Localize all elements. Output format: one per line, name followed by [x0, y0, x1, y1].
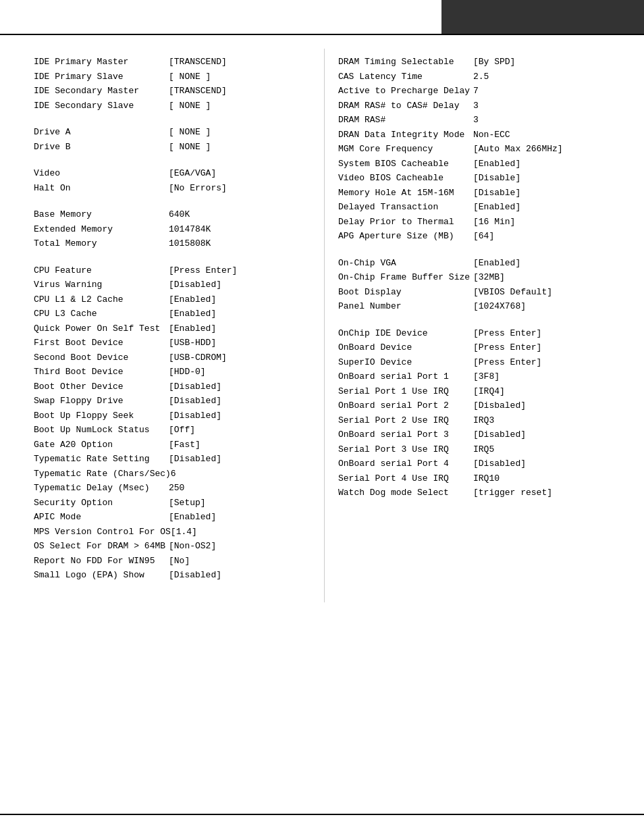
row-value: 6: [171, 467, 304, 481]
table-row: Halt On [No Errors]: [34, 182, 304, 195]
row-value: [32MB]: [473, 271, 624, 284]
table-row: Panel Number [1024X768]: [338, 300, 624, 313]
row-value: [Disabled]: [169, 452, 304, 466]
table-row: Boot Other Device [Disabled]: [34, 380, 304, 394]
table-row: OnBoard Device [Press Enter]: [338, 341, 624, 355]
row-label: OnBoard serial Port 1: [338, 370, 473, 384]
table-row: System BIOS Cacheable [Enabled]: [338, 157, 624, 171]
table-row: DRAM RAS# to CAS# Delay 3: [338, 99, 624, 113]
row-label: DRAM RAS#: [338, 113, 473, 127]
row-label: APIC Mode: [34, 511, 169, 524]
row-label: Third Boot Device: [34, 365, 169, 379]
onboard-serial-port-4-label: OnBoard serial Port 4: [338, 457, 473, 471]
table-row: Boot Up NumLock Status [Off]: [34, 423, 304, 437]
onchip-section: OnChip IDE Device [Press Enter] OnBoard …: [338, 327, 624, 500]
table-row: Quick Power On Self Test [Enabled]: [34, 322, 304, 336]
row-label: On-Chip VGA: [338, 257, 473, 270]
row-label: Video: [34, 167, 169, 180]
row-label: DRAM RAS# to CAS# Delay: [338, 99, 473, 113]
row-value: [No]: [169, 554, 304, 568]
row-label: MGM Core Frequency: [338, 142, 473, 156]
row-value: 250: [169, 481, 304, 495]
row-label: Serial Port 3 Use IRQ: [338, 443, 473, 457]
table-row: Drive B [ NONE ]: [34, 140, 304, 154]
row-value: [ NONE ]: [169, 140, 304, 154]
left-panel: IDE Primary Master [TRANSCEND] IDE Prima…: [0, 49, 324, 602]
row-label: Drive B: [34, 140, 169, 154]
table-row: Serial Port 2 Use IRQ IRQ3: [338, 414, 624, 427]
row-label: MPS Version Control For OS: [34, 525, 171, 539]
row-value: [Press Enter]: [473, 327, 624, 340]
table-row: IDE Secondary Slave [ NONE ]: [34, 99, 304, 113]
onboard-serial-port-4-value: [Disabled]: [473, 457, 624, 471]
row-value: [Disbaled]: [473, 399, 624, 413]
row-value: IRQ5: [473, 443, 624, 457]
row-value: Non-ECC: [473, 128, 624, 142]
row-label: Drive A: [34, 126, 169, 139]
table-row: MPS Version Control For OS [1.4]: [34, 525, 304, 539]
row-value: [EGA/VGA]: [169, 167, 304, 180]
top-bar: [0, 0, 644, 34]
row-label: Panel Number: [338, 300, 473, 313]
row-label: Halt On: [34, 182, 169, 195]
table-row: Boot Display [VBIOS Default]: [338, 286, 624, 299]
drives-section: Drive A [ NONE ] Drive B [ NONE ]: [34, 126, 304, 153]
table-row: Watch Dog mode Select [trigger reset]: [338, 486, 624, 500]
row-value: 3: [473, 113, 624, 127]
watch-dog-label: Watch Dog mode Select: [338, 486, 473, 500]
row-value: [USB-HDD]: [169, 336, 304, 350]
table-row: Typematic Rate Setting [Disabled]: [34, 452, 304, 466]
row-label: Active to Precharge Delay: [338, 84, 473, 98]
row-label: Boot Other Device: [34, 380, 169, 394]
row-value: [3F8]: [473, 370, 624, 384]
row-label: Gate A20 Option: [34, 438, 169, 452]
table-row: Virus Warning [Disabled]: [34, 278, 304, 292]
row-value: IRQ10: [473, 472, 624, 486]
top-bar-dark-box: [441, 0, 644, 34]
table-row: Video BIOS Cacheable [Disable]: [338, 172, 624, 185]
table-row: Serial Port 3 Use IRQ IRQ5: [338, 443, 624, 457]
row-label: IDE Primary Master: [34, 55, 169, 69]
watch-dog-value: [trigger reset]: [473, 486, 624, 500]
memory-section: Base Memory 640K Extended Memory 1014784…: [34, 208, 304, 251]
table-row: DRAM Timing Selectable [By SPD]: [338, 55, 624, 69]
row-label: Delay Prior to Thermal: [338, 215, 473, 229]
row-label: Second Boot Device: [34, 351, 169, 365]
table-row: SuperIO Device [Press Enter]: [338, 356, 624, 369]
table-row: APIC Mode [Enabled]: [34, 511, 304, 524]
row-label: Video BIOS Cacheable: [338, 172, 473, 185]
row-value: [IRQ4]: [473, 385, 624, 398]
row-value: [Enabled]: [169, 511, 304, 524]
row-label: Memory Hole At 15M-16M: [338, 186, 473, 200]
row-value: [ NONE ]: [169, 99, 304, 113]
row-value: [16 Min]: [473, 215, 624, 229]
row-value: [ NONE ]: [169, 126, 304, 139]
table-row: First Boot Device [USB-HDD]: [34, 336, 304, 350]
table-row: Security Option [Setup]: [34, 496, 304, 510]
table-row: Serial Port 1 Use IRQ [IRQ4]: [338, 385, 624, 398]
security-option-label: Security Option: [34, 496, 169, 510]
row-value: [Disabled]: [169, 569, 304, 582]
table-row: Swap Floppy Drive [Disabled]: [34, 394, 304, 408]
row-label: CPU L3 Cache: [34, 307, 169, 321]
table-row: Base Memory 640K: [34, 208, 304, 221]
main-content: IDE Primary Master [TRANSCEND] IDE Prima…: [0, 35, 644, 616]
row-label: Typematic Rate Setting: [34, 452, 169, 466]
table-row: Gate A20 Option [Fast]: [34, 438, 304, 452]
row-label: CAS Latency Time: [338, 70, 473, 84]
row-label: Typematic Rate (Chars/Sec): [34, 467, 171, 481]
row-value: [Off]: [169, 423, 304, 437]
row-value: [1.4]: [171, 525, 304, 539]
row-value: [TRANSCEND]: [169, 55, 304, 69]
row-value: 2.5: [473, 70, 624, 84]
row-value: [Disabled]: [169, 380, 304, 394]
right-panel: DRAM Timing Selectable [By SPD] CAS Late…: [324, 49, 644, 602]
row-value: [Enabled]: [169, 293, 304, 307]
row-label: OnBoard Device: [338, 341, 473, 355]
table-row: IDE Secondary Master [TRANSCEND]: [34, 84, 304, 98]
row-label: CPU L1 & L2 Cache: [34, 293, 169, 307]
table-row: APG Aperture Size (MB) [64]: [338, 230, 624, 243]
row-label: Boot Display: [338, 286, 473, 299]
row-label: Virus Warning: [34, 278, 169, 292]
table-row: DRAM RAS# 3: [338, 113, 624, 127]
